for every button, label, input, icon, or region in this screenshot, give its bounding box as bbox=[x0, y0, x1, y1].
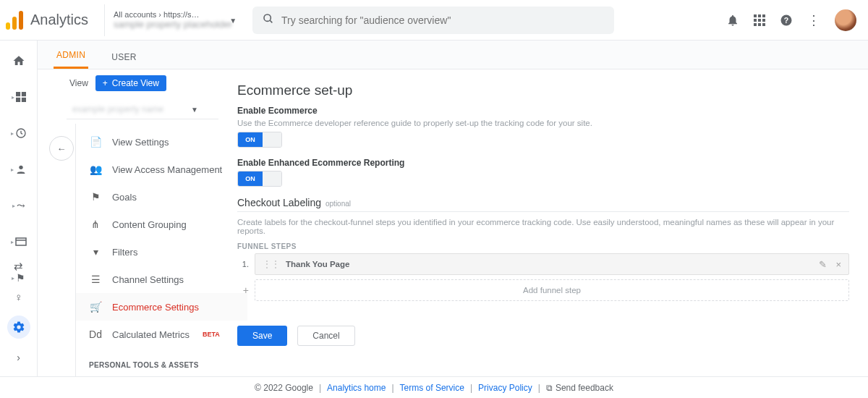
plus-icon: + bbox=[103, 78, 108, 88]
tab-user[interactable]: USER bbox=[109, 45, 140, 69]
breadcrumb: All accounts › https://s… bbox=[114, 10, 232, 19]
cancel-button[interactable]: Cancel bbox=[297, 326, 354, 346]
nav-icon: Dd bbox=[89, 329, 102, 340]
header-actions: ? ⋮ bbox=[726, 9, 856, 31]
enhanced-ecommerce-label: Enable Enhanced Ecommerce Reporting bbox=[237, 158, 849, 168]
rail-realtime-icon[interactable]: ▸ bbox=[7, 122, 30, 145]
app-header: Analytics All accounts › https://s… samp… bbox=[0, 0, 868, 41]
rail-behavior-icon[interactable]: ▸ bbox=[7, 230, 30, 253]
analytics-logo-icon bbox=[6, 11, 23, 30]
nav-item-filters[interactable]: ▾Filters bbox=[76, 238, 247, 266]
svg-point-21 bbox=[19, 166, 22, 169]
enable-ecommerce-help: Use the Ecommerce developer reference gu… bbox=[237, 119, 849, 127]
product-name: Analytics bbox=[30, 12, 88, 28]
rail-home-icon[interactable] bbox=[7, 49, 30, 72]
svg-rect-19 bbox=[21, 98, 25, 102]
nav-icon: ☰ bbox=[89, 274, 102, 285]
nav-label: Ecommerce Settings bbox=[112, 302, 199, 313]
nav-icon: ⋔ bbox=[89, 219, 102, 230]
svg-rect-5 bbox=[754, 14, 757, 17]
analytics-home-link[interactable]: Analytics home bbox=[327, 383, 386, 393]
svg-rect-8 bbox=[754, 19, 757, 22]
drag-handle-icon[interactable]: ⋮⋮ bbox=[263, 259, 280, 269]
svg-rect-7 bbox=[762, 14, 765, 17]
terms-link[interactable]: Terms of Service bbox=[400, 383, 464, 393]
svg-rect-18 bbox=[16, 98, 20, 102]
avatar[interactable] bbox=[835, 9, 856, 31]
property-name-blurred: sample property placeholder bbox=[114, 19, 232, 30]
search-icon bbox=[263, 13, 274, 27]
nav-label: View Settings bbox=[112, 137, 169, 148]
back-button[interactable]: ← bbox=[49, 136, 74, 161]
nav-label: Channel Settings bbox=[112, 274, 184, 285]
nav-item-goals[interactable]: ⚑Goals bbox=[76, 183, 247, 211]
create-view-button[interactable]: + Create View bbox=[95, 75, 166, 91]
send-feedback-button[interactable]: ⧉ Send feedback bbox=[546, 383, 613, 393]
beta-badge: BETA bbox=[203, 331, 220, 338]
page-title: Ecommerce set-up bbox=[237, 82, 849, 98]
svg-rect-6 bbox=[758, 14, 761, 17]
nav-label: View Access Management bbox=[112, 164, 222, 175]
nav-label: Goals bbox=[112, 192, 137, 203]
rail-acquisition-icon[interactable]: ▸⤳ bbox=[7, 194, 30, 217]
rail-admin-icon[interactable] bbox=[7, 316, 30, 339]
rail-dashboards-icon[interactable]: ▸ bbox=[7, 85, 30, 109]
svg-line-4 bbox=[270, 20, 272, 22]
nav-item-view-settings[interactable]: 📄View Settings bbox=[76, 128, 247, 156]
nav-label: Content Grouping bbox=[112, 219, 187, 230]
nav-item-content-grouping[interactable]: ⋔Content Grouping bbox=[76, 211, 247, 238]
rail-audience-icon[interactable]: ▸ bbox=[7, 158, 30, 181]
personal-tools-label: PERSONAL TOOLS & ASSETS bbox=[76, 348, 247, 373]
admin-tabbar: ADMIN USER bbox=[38, 41, 868, 69]
nav-label: Filters bbox=[112, 247, 137, 258]
add-funnel-step-label: Add funnel step bbox=[523, 286, 581, 295]
nav-label: Calculated Metrics bbox=[112, 329, 190, 340]
tab-admin[interactable]: ADMIN bbox=[54, 43, 88, 69]
nav-item-ecommerce-settings[interactable]: 🛒Ecommerce Settings bbox=[76, 293, 247, 321]
account-picker[interactable]: All accounts › https://s… sample propert… bbox=[104, 4, 241, 36]
step-name: Thank You Page bbox=[286, 260, 813, 268]
search-input[interactable] bbox=[281, 14, 604, 26]
enable-ecommerce-label: Enable Ecommerce bbox=[237, 106, 849, 116]
optional-badge: optional bbox=[326, 200, 351, 208]
add-funnel-step-button[interactable]: Add funnel step bbox=[255, 279, 849, 301]
nav-icon: 📄 bbox=[89, 136, 102, 148]
nav-icon: 🛒 bbox=[89, 301, 102, 313]
view-name-blurred: example property name bbox=[72, 104, 163, 114]
rail-collapse-icon[interactable]: › bbox=[7, 346, 30, 369]
nav-icon: 👥 bbox=[89, 164, 102, 175]
view-dropdown[interactable]: example property name ▼ bbox=[67, 100, 218, 119]
svg-rect-13 bbox=[762, 23, 765, 26]
svg-text:?: ? bbox=[784, 15, 788, 24]
svg-rect-16 bbox=[16, 92, 20, 96]
privacy-link[interactable]: Privacy Policy bbox=[478, 383, 532, 393]
edit-step-icon[interactable]: ✎ bbox=[819, 259, 827, 270]
nav-item-view-access-management[interactable]: 👥View Access Management bbox=[76, 156, 247, 183]
svg-rect-17 bbox=[21, 92, 25, 96]
nav-item-channel-settings[interactable]: ☰Channel Settings bbox=[76, 266, 247, 293]
remove-step-icon[interactable]: × bbox=[835, 259, 841, 270]
svg-rect-22 bbox=[16, 238, 26, 245]
footer: © 2022 Google | Analytics home | Terms o… bbox=[0, 376, 868, 398]
nav-icon: ⚑ bbox=[89, 191, 102, 203]
funnel-steps-label: FUNNEL STEPS bbox=[237, 242, 849, 250]
checkout-labeling-title: Checkout Labeling bbox=[237, 197, 321, 208]
apps-icon[interactable] bbox=[754, 14, 765, 26]
rail-discover-icon[interactable]: ♀ bbox=[7, 285, 30, 308]
funnel-step-box[interactable]: ⋮⋮ Thank You Page ✎ × bbox=[255, 253, 849, 275]
svg-rect-1 bbox=[12, 17, 17, 30]
nav-rail: ▸ ▸ ▸ ▸⤳ ▸ ▸⚑ ⇄ ♀ › bbox=[0, 41, 38, 376]
svg-rect-9 bbox=[758, 19, 761, 22]
send-feedback-label: Send feedback bbox=[556, 383, 613, 393]
nav-item-calculated-metrics[interactable]: DdCalculated MetricsBETA bbox=[76, 321, 247, 348]
main-panel: Ecommerce set-up Enable Ecommerce Use th… bbox=[218, 69, 868, 376]
help-icon[interactable]: ? bbox=[780, 14, 793, 27]
notifications-icon[interactable] bbox=[726, 14, 739, 27]
svg-rect-11 bbox=[754, 23, 757, 26]
feedback-icon: ⧉ bbox=[546, 383, 553, 393]
rail-attribution-icon[interactable]: ⇄ bbox=[7, 255, 30, 278]
search-bar[interactable] bbox=[252, 7, 614, 34]
svg-rect-2 bbox=[19, 11, 23, 30]
more-icon[interactable]: ⋮ bbox=[807, 12, 820, 28]
view-column: View + Create View example property name… bbox=[38, 69, 218, 376]
